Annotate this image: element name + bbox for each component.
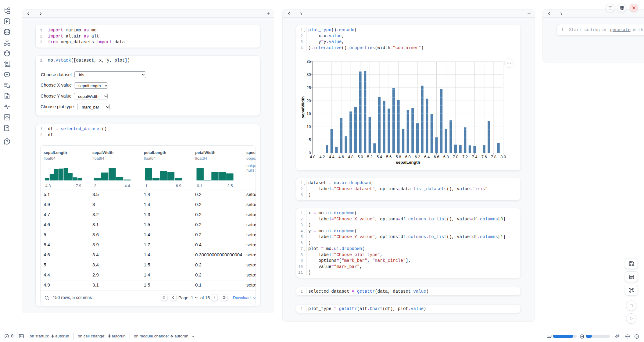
svg-text:4.0: 4.0 [310, 155, 315, 159]
svg-text:5.2: 5.2 [367, 155, 373, 159]
svg-text:5.4: 5.4 [377, 155, 382, 159]
svg-text:sepalWidth: sepalWidth [301, 96, 305, 118]
svg-text:6.2: 6.2 [415, 155, 420, 159]
svg-text:5.6: 5.6 [386, 155, 392, 159]
svg-text:30: 30 [306, 72, 311, 77]
svg-text:8.0: 8.0 [500, 155, 506, 159]
svg-text:5.0: 5.0 [357, 155, 363, 159]
svg-text:7.2: 7.2 [462, 155, 468, 159]
svg-text:4.2: 4.2 [319, 155, 325, 159]
svg-text:5.8: 5.8 [395, 155, 401, 159]
svg-text:4.4: 4.4 [329, 155, 335, 159]
svg-text:7.8: 7.8 [491, 155, 496, 159]
svg-text:6.4: 6.4 [424, 155, 430, 159]
svg-text:25: 25 [306, 85, 311, 90]
svg-text:7.6: 7.6 [481, 155, 487, 159]
svg-text:6.0: 6.0 [405, 155, 411, 159]
svg-text:sepalLength: sepalLength [396, 160, 420, 165]
svg-text:6.8: 6.8 [443, 155, 449, 159]
svg-text:35: 35 [306, 59, 311, 64]
svg-text:6.6: 6.6 [434, 155, 439, 159]
svg-text:15: 15 [306, 111, 311, 116]
svg-text:5: 5 [309, 137, 311, 142]
svg-text:4.8: 4.8 [348, 155, 353, 159]
svg-text:7.0: 7.0 [453, 155, 458, 159]
svg-text:20: 20 [306, 98, 311, 103]
svg-text:7.4: 7.4 [472, 155, 477, 159]
svg-text:10: 10 [306, 124, 311, 129]
svg-text:4.6: 4.6 [338, 155, 344, 159]
